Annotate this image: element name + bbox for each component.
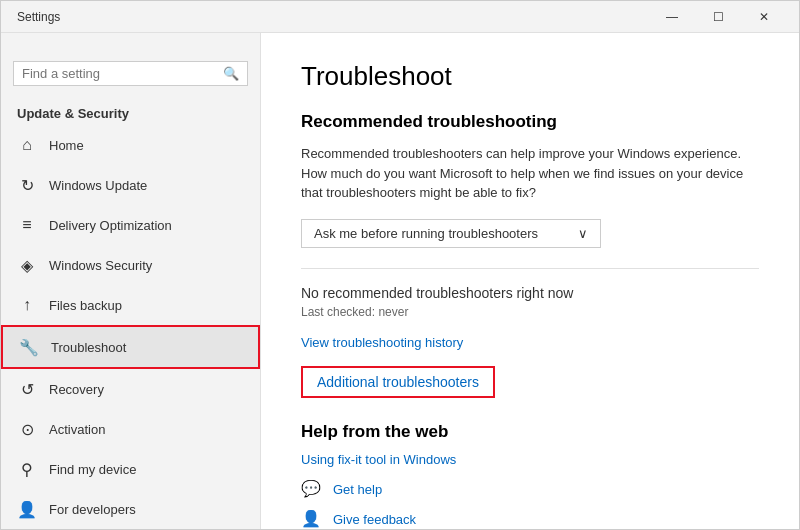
get-help-item: 💬 Get help [301, 479, 759, 501]
sidebar-item-label-activation: Activation [49, 422, 105, 437]
sidebar-item-for-developers[interactable]: 👤For developers [1, 489, 260, 529]
sidebar-item-windows-security[interactable]: ◈Windows Security [1, 245, 260, 285]
sidebar-item-home[interactable]: ⌂Home [1, 125, 260, 165]
get-help-icon: 💬 [301, 479, 323, 501]
sidebar-item-windows-update[interactable]: ↻Windows Update [1, 165, 260, 205]
troubleshoot-icon: 🔧 [19, 337, 39, 357]
sidebar-item-label-find-my-device: Find my device [49, 462, 136, 477]
sidebar-item-troubleshoot[interactable]: 🔧Troubleshoot [1, 325, 260, 369]
search-icon: 🔍 [223, 66, 239, 81]
settings-window: Settings — ☐ ✕ 🔍 Update & Security ⌂Home… [0, 0, 800, 530]
sidebar-item-recovery[interactable]: ↺Recovery [1, 369, 260, 409]
nav-list: ⌂Home↻Windows Update≡Delivery Optimizati… [1, 125, 260, 529]
give-feedback-link[interactable]: Give feedback [333, 512, 416, 527]
sidebar-item-label-files-backup: Files backup [49, 298, 122, 313]
home-icon: ⌂ [17, 135, 37, 155]
sidebar-item-label-windows-security: Windows Security [49, 258, 152, 273]
for-developers-icon: 👤 [17, 499, 37, 519]
page-title: Troubleshoot [301, 61, 759, 92]
status-sub-text: Last checked: never [301, 305, 759, 319]
sidebar-section-title: Update & Security [1, 98, 260, 125]
sidebar-item-label-for-developers: For developers [49, 502, 136, 517]
sidebar-item-label-troubleshoot: Troubleshoot [51, 340, 126, 355]
get-help-link[interactable]: Get help [333, 482, 382, 497]
additional-troubleshooters-button[interactable]: Additional troubleshooters [301, 366, 495, 398]
minimize-button[interactable]: — [649, 1, 695, 33]
sidebar-item-activation[interactable]: ⊙Activation [1, 409, 260, 449]
title-bar: Settings — ☐ ✕ [1, 1, 799, 33]
window-title: Settings [17, 10, 60, 24]
fix-it-link[interactable]: Using fix-it tool in Windows [301, 452, 759, 467]
dropdown-label: Ask me before running troubleshooters [314, 226, 538, 241]
windows-update-icon: ↻ [17, 175, 37, 195]
content-area: 🔍 Update & Security ⌂Home↻Windows Update… [1, 33, 799, 529]
sidebar-section-label [1, 33, 260, 57]
sidebar-item-label-delivery-optimization: Delivery Optimization [49, 218, 172, 233]
sidebar-item-label-home: Home [49, 138, 84, 153]
divider-1 [301, 268, 759, 269]
main-content: Troubleshoot Recommended troubleshooting… [261, 33, 799, 529]
sidebar: 🔍 Update & Security ⌂Home↻Windows Update… [1, 33, 261, 529]
give-feedback-icon: 👤 [301, 509, 323, 530]
recommended-section-title: Recommended troubleshooting [301, 112, 759, 132]
troubleshooter-dropdown[interactable]: Ask me before running troubleshooters ∨ [301, 219, 601, 248]
activation-icon: ⊙ [17, 419, 37, 439]
status-box: No recommended troubleshooters right now… [301, 285, 759, 319]
sidebar-item-label-windows-update: Windows Update [49, 178, 147, 193]
maximize-button[interactable]: ☐ [695, 1, 741, 33]
help-section-title: Help from the web [301, 422, 759, 442]
status-main-text: No recommended troubleshooters right now [301, 285, 759, 301]
find-my-device-icon: ⚲ [17, 459, 37, 479]
sidebar-item-delivery-optimization[interactable]: ≡Delivery Optimization [1, 205, 260, 245]
view-history-link[interactable]: View troubleshooting history [301, 335, 759, 350]
recovery-icon: ↺ [17, 379, 37, 399]
delivery-optimization-icon: ≡ [17, 215, 37, 235]
sidebar-item-find-my-device[interactable]: ⚲Find my device [1, 449, 260, 489]
sidebar-item-label-recovery: Recovery [49, 382, 104, 397]
recommended-description: Recommended troubleshooters can help imp… [301, 144, 759, 203]
files-backup-icon: ↑ [17, 295, 37, 315]
search-input[interactable] [22, 66, 223, 81]
windows-security-icon: ◈ [17, 255, 37, 275]
close-button[interactable]: ✕ [741, 1, 787, 33]
search-box[interactable]: 🔍 [13, 61, 248, 86]
window-controls: — ☐ ✕ [649, 1, 787, 33]
sidebar-item-files-backup[interactable]: ↑Files backup [1, 285, 260, 325]
chevron-down-icon: ∨ [578, 226, 588, 241]
give-feedback-item: 👤 Give feedback [301, 509, 759, 530]
